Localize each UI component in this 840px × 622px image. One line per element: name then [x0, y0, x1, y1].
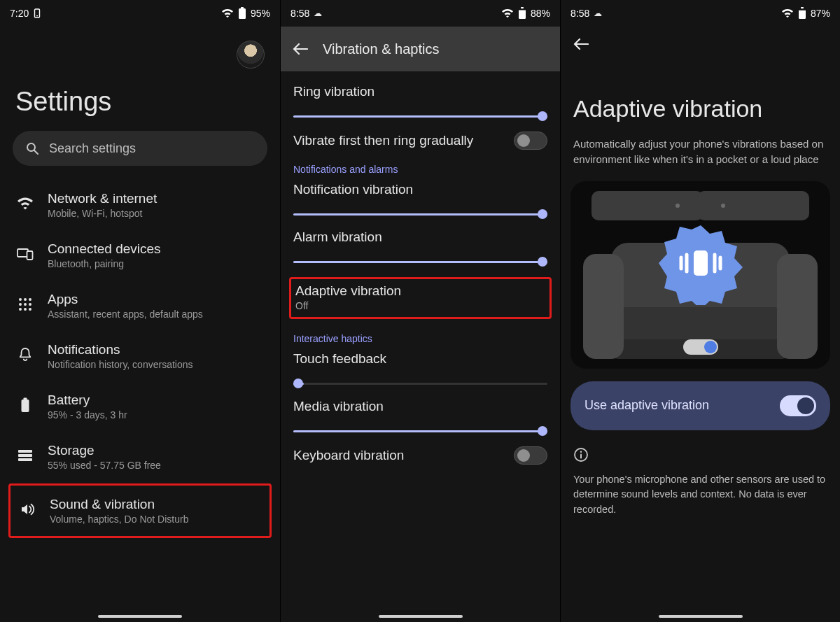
item-network[interactable]: Network & internetMobile, Wi-Fi, hotspot [3, 180, 277, 230]
item-title: Battery [48, 393, 127, 408]
search-icon [25, 141, 39, 155]
storage-icon [15, 446, 35, 465]
cloud-icon: ☁ [314, 8, 322, 18]
svg-point-14 [19, 308, 22, 311]
item-subtitle: Mobile, Wi-Fi, hotspot [48, 208, 157, 219]
illustration [570, 181, 830, 369]
profile-avatar[interactable] [237, 41, 265, 69]
search-settings[interactable]: Search settings [13, 131, 267, 166]
notification-vibration-slider[interactable] [293, 207, 547, 221]
gesture-bar[interactable] [379, 615, 463, 618]
vibrate-first-toggle[interactable] [514, 132, 547, 150]
status-time: 8:58 [570, 8, 589, 19]
gesture-bar[interactable] [98, 615, 182, 618]
devices-icon [15, 244, 35, 264]
item-apps[interactable]: AppsAssistant, recent apps, default apps [3, 281, 277, 331]
svg-rect-7 [27, 251, 33, 260]
item-subtitle: Notification history, conversations [48, 359, 193, 370]
notification-vibration-label: Notification vibration [293, 182, 547, 197]
status-bar: 8:58 ☁ 87% [561, 0, 840, 22]
back-button[interactable] [290, 39, 310, 59]
adaptive-vibration-label: Adaptive vibration [295, 283, 545, 299]
keyboard-vibration-toggle[interactable] [514, 446, 547, 465]
volume-icon [18, 500, 37, 519]
use-adaptive-vibration-label: Use adaptive vibration [584, 398, 709, 413]
item-battery[interactable]: Battery95% - 3 days, 3 hr [3, 381, 277, 432]
cloud-icon: ☁ [594, 8, 602, 18]
wifi-icon [501, 8, 514, 18]
page-title: Adaptive vibration [561, 53, 840, 129]
highlight-sound-vibration: Sound & vibrationVolume, haptics, Do Not… [8, 483, 272, 538]
use-adaptive-vibration-row[interactable]: Use adaptive vibration [570, 381, 830, 430]
vibrate-first-label: Vibrate first then ring gradually [293, 133, 473, 148]
svg-rect-28 [694, 250, 708, 276]
svg-rect-35 [580, 453, 582, 458]
info-icon [573, 447, 589, 462]
phone-icon [33, 8, 41, 18]
svg-rect-18 [24, 398, 27, 400]
touch-feedback-label: Touch feedback [293, 351, 547, 367]
item-sound-vibration[interactable]: Sound & vibrationVolume, haptics, Do Not… [10, 486, 270, 536]
search-placeholder: Search settings [49, 141, 136, 156]
media-vibration-label: Media vibration [293, 399, 547, 414]
svg-point-9 [24, 298, 27, 301]
battery-icon [518, 7, 526, 20]
item-subtitle: Bluetooth, pairing [48, 258, 161, 269]
svg-point-34 [580, 451, 582, 452]
adaptive-vibration-item[interactable]: Adaptive vibration Off [295, 283, 545, 311]
screen-title: Vibration & haptics [323, 41, 439, 57]
item-title: Sound & vibration [50, 497, 188, 512]
battery-icon [15, 395, 35, 415]
alarm-vibration-label: Alarm vibration [293, 229, 547, 245]
settings-screen: 7:20 95% Settings Search settings Networ… [0, 0, 280, 622]
keyboard-vibration-label: Keyboard vibration [293, 448, 404, 463]
svg-point-12 [24, 303, 27, 306]
ring-vibration-slider[interactable] [293, 109, 547, 123]
battery-icon [238, 7, 246, 20]
item-notifications[interactable]: NotificationsNotification history, conve… [3, 331, 277, 381]
svg-point-15 [24, 308, 27, 311]
gesture-bar[interactable] [659, 615, 743, 618]
svg-point-13 [29, 303, 31, 306]
vibration-haptics-screen: 8:58 ☁ 88% Vibration & haptics Ring vibr… [280, 0, 560, 622]
svg-rect-1 [36, 15, 38, 16]
svg-point-16 [29, 308, 31, 311]
use-adaptive-vibration-switch[interactable] [780, 395, 816, 416]
media-vibration-slider[interactable] [293, 424, 547, 438]
svg-rect-3 [241, 7, 244, 8]
apps-grid-icon [15, 295, 35, 314]
vibration-badge-icon [659, 221, 743, 305]
svg-rect-21 [18, 458, 32, 461]
svg-rect-24 [521, 7, 524, 8]
alarm-vibration-slider[interactable] [293, 255, 547, 269]
svg-point-8 [19, 298, 22, 301]
status-bar: 7:20 95% [0, 0, 280, 22]
item-storage[interactable]: Storage55% used - 57.75 GB free [3, 432, 277, 482]
back-button[interactable] [561, 22, 840, 53]
page-subtitle: Automatically adjust your phone's vibrat… [561, 129, 840, 177]
wifi-icon [781, 8, 794, 18]
bell-icon [15, 345, 35, 365]
wifi-icon [221, 8, 234, 18]
svg-rect-20 [18, 454, 32, 457]
svg-point-11 [19, 303, 22, 306]
item-title: Network & internet [48, 191, 157, 206]
item-subtitle: 95% - 3 days, 3 hr [48, 409, 127, 420]
touch-feedback-slider[interactable] [293, 376, 547, 390]
page-title: Settings [0, 69, 280, 131]
item-connected-devices[interactable]: Connected devicesBluetooth, pairing [3, 230, 277, 281]
privacy-note: Your phone's microphone and other sensor… [561, 462, 840, 518]
svg-rect-2 [239, 8, 246, 19]
adaptive-vibration-state: Off [295, 300, 545, 311]
ring-vibration-label: Ring vibration [293, 84, 547, 99]
section-interactive-haptics: Interactive haptics [293, 333, 547, 344]
status-time: 8:58 [290, 8, 309, 19]
item-subtitle: Assistant, recent apps, default apps [48, 309, 203, 320]
svg-line-5 [34, 150, 38, 154]
highlight-adaptive-vibration: Adaptive vibration Off [289, 277, 552, 319]
status-battery-pct: 88% [531, 8, 550, 19]
item-subtitle: 55% used - 57.75 GB free [48, 460, 161, 471]
status-battery-pct: 95% [251, 8, 270, 19]
item-title: Storage [48, 443, 161, 458]
adaptive-vibration-screen: 8:58 ☁ 87% Adaptive vibration Automatica… [560, 0, 840, 622]
